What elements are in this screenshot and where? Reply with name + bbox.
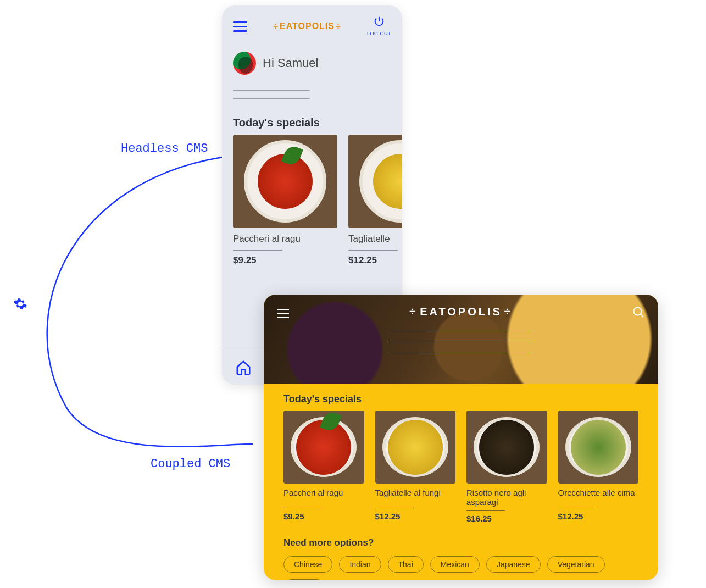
placeholder-lines [222, 79, 402, 112]
cuisine-chip[interactable]: Indian [339, 556, 381, 573]
dish-photo [283, 411, 364, 484]
cuisine-chip[interactable]: Greek [283, 579, 325, 580]
dish-price: $12.25 [375, 512, 456, 521]
dish-name: Orecchiette alle cima [558, 484, 639, 504]
special-card[interactable]: Risotto nero agli asparagi$16.25 [466, 411, 547, 523]
search-icon[interactable] [632, 306, 645, 321]
cuisine-chip[interactable]: Thai [388, 556, 424, 573]
dish-price: $16.25 [466, 514, 547, 523]
dish-photo [466, 411, 547, 484]
dish-name: Risotto nero agli asparagi [466, 484, 547, 507]
headless-cms-label: Headless CMS [121, 142, 208, 156]
cuisine-chip[interactable]: Vegetarian [547, 556, 605, 573]
logout-label: LOG OUT [367, 31, 391, 36]
specials-heading: Today's specials [222, 112, 402, 135]
svg-line-1 [641, 314, 643, 317]
special-card[interactable]: Paccheri al ragu$9.25 [283, 411, 364, 523]
brand-logo: EATOPOLIS [272, 21, 342, 31]
cuisine-chip[interactable]: Chinese [283, 556, 332, 573]
hamburger-icon[interactable] [277, 307, 289, 321]
dish-name: Paccheri al ragu [283, 484, 364, 504]
special-card[interactable]: Orecchiette alle cima$12.25 [558, 411, 639, 523]
dish-price: $12.25 [348, 255, 402, 266]
dish-price: $9.25 [283, 512, 364, 521]
more-options-heading: Need more options? [283, 537, 638, 548]
special-card[interactable]: Tagliatelle al fungi$12.25 [375, 411, 456, 523]
dish-name: Tagliatelle [348, 228, 402, 245]
dish-photo [558, 411, 639, 484]
svg-point-0 [634, 308, 642, 315]
dish-name: Paccheri al ragu [233, 228, 337, 245]
dish-photo [233, 135, 337, 228]
logout-button[interactable]: LOG OUT [367, 15, 391, 37]
special-card[interactable]: Paccheri al ragu$9.25 [233, 135, 337, 266]
greeting-text: Hi Samuel [263, 56, 318, 70]
cuisine-chip[interactable]: Mexican [430, 556, 480, 573]
web-app-mockup: EATOPOLIS Today's specials Paccheri al r… [264, 295, 658, 580]
coupled-cms-label: Coupled CMS [151, 457, 230, 471]
dish-price: $9.25 [233, 255, 337, 266]
specials-heading: Today's specials [283, 393, 638, 411]
power-icon [373, 15, 385, 27]
brand-logo: EATOPOLIS [407, 306, 515, 318]
home-icon[interactable] [235, 359, 252, 376]
avatar [233, 52, 256, 75]
special-card[interactable]: Tagliatelle$12.25 [348, 135, 402, 266]
hamburger-icon[interactable] [233, 19, 247, 35]
dish-photo [375, 411, 456, 484]
hero-banner: EATOPOLIS [264, 295, 658, 384]
gear-icon [13, 297, 27, 313]
dish-price: $12.25 [558, 512, 639, 521]
dish-photo [348, 135, 402, 228]
dish-name: Tagliatelle al fungi [375, 484, 456, 504]
cuisine-chip[interactable]: Japanese [486, 556, 541, 573]
